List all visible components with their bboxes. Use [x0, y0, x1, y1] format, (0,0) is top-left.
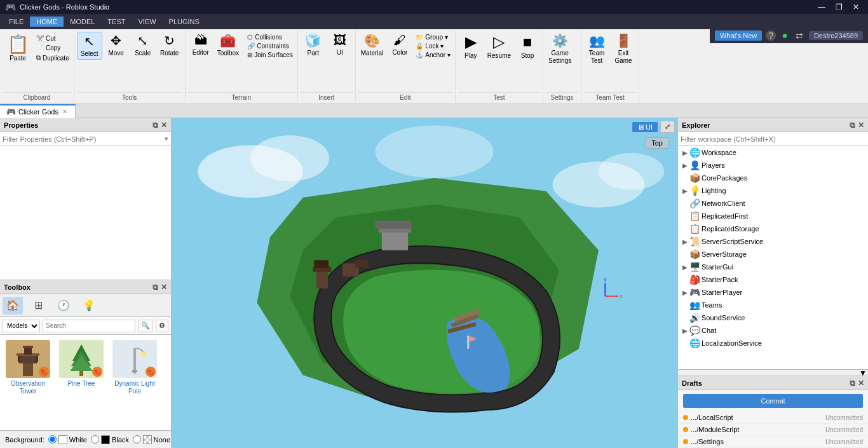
resume-button[interactable]: ▷ Resume [485, 32, 513, 61]
constraints-button[interactable]: 🔗Constraints [245, 42, 295, 50]
color-button[interactable]: 🖌 Color [387, 32, 412, 58]
players-label: Players [702, 161, 725, 169]
play-button[interactable]: ▶ Play [458, 32, 484, 61]
tree-item-soundservice[interactable]: ▶ 🔊 SoundService [678, 311, 868, 324]
anchor-button[interactable]: ⚓Anchor ▾ [414, 51, 452, 59]
toolbox-category-select[interactable]: Models Plugins Audio Images [3, 320, 40, 332]
collisions-button[interactable]: ⬡Collisions [245, 33, 295, 41]
tree-item-starterplayer[interactable]: ▶ 🎮 StarterPlayer [678, 286, 868, 299]
whats-new-button[interactable]: What's New [715, 31, 762, 41]
ui-view-button[interactable]: 🖥 UI [632, 122, 658, 132]
game-settings-button[interactable]: ⚙️ GameSettings [546, 32, 574, 66]
toolbox-tab-grid[interactable]: ⊞ [28, 297, 48, 315]
toolbox-tab-inventory[interactable]: 💡 [79, 297, 99, 315]
viewport-maximize-button[interactable]: ⤢ [660, 121, 675, 133]
tree-item-startergui[interactable]: ▶ 🖥️ StarterGui [678, 261, 868, 273]
bg-none-radio[interactable] [133, 435, 141, 444]
select-button[interactable]: ↖ Select [77, 32, 102, 60]
svg-rect-4 [23, 346, 33, 348]
toolbox-item-pine-tree[interactable]: 🔖 Pine Tree [56, 337, 107, 428]
menu-file[interactable]: FILE [3, 17, 30, 27]
bg-white-radio[interactable] [48, 435, 57, 444]
properties-close-icon[interactable]: ✕ [161, 121, 167, 130]
toolbox-close-icon[interactable]: ✕ [161, 283, 167, 292]
join-surfaces-button[interactable]: ⊞Join Surfaces [245, 51, 295, 59]
tree-item-serverstorage[interactable]: ▶ 📦 ServerStorage [678, 248, 868, 261]
material-button[interactable]: 🎨 Material [358, 32, 386, 58]
explorer-scroll-down-btn[interactable]: ▼ [858, 368, 868, 378]
tab-close-icon[interactable]: ✕ [61, 108, 69, 115]
toolbox-ribbon-button[interactable]: 🧰 Toolbox [215, 32, 241, 58]
scale-button[interactable]: ⤡ Scale [130, 32, 156, 58]
properties-pop-out-icon[interactable]: ⧉ [153, 121, 158, 130]
ui-ribbon-button[interactable]: 🖼 UI [327, 32, 353, 58]
toolbox-item-dynamic-light-pole[interactable]: 🔖 Dynamic Light Pole [109, 337, 160, 428]
toolbox-filter-button[interactable]: ⚙ [156, 320, 168, 332]
commit-button[interactable]: Commit [683, 394, 863, 408]
menu-test[interactable]: TEST [101, 17, 132, 27]
tree-item-corepackages[interactable]: ▶ 📦 CorePackages [678, 172, 868, 184]
duplicate-button[interactable]: ⧉Duplicate [34, 53, 71, 62]
tree-item-workspace[interactable]: ▶ 🌐 Workspace [678, 146, 868, 159]
properties-chevron-icon[interactable]: ▾ [162, 135, 171, 143]
tree-item-replicatedstorage[interactable]: ▶ 📋 ReplicatedStorage [678, 222, 868, 235]
lock-button[interactable]: 🔒Lock ▾ [414, 42, 452, 50]
paste-button[interactable]: 📋 Paste [3, 32, 33, 64]
connection-icon: ● [780, 30, 790, 41]
bg-black-option[interactable]: Black [91, 435, 129, 444]
maximize-button[interactable]: ❐ [832, 1, 846, 13]
tree-item-localizationservice[interactable]: ▶ 🌐 LocalizationService [678, 337, 868, 350]
explorer-close-icon[interactable]: ✕ [858, 121, 864, 130]
toolbox-tab-home[interactable]: 🏠 [3, 297, 23, 315]
group-button[interactable]: 📁Group ▾ [414, 33, 452, 41]
close-button[interactable]: ✕ [849, 1, 863, 13]
tab-clicker-gods[interactable]: 🎮 Clicker Gods ✕ [0, 104, 76, 118]
tree-item-lighting[interactable]: ▶ 💡 Lighting [678, 184, 868, 197]
explorer-pop-out-icon[interactable]: ⧉ [850, 121, 855, 130]
properties-filter-input[interactable] [0, 134, 162, 144]
insert-label: Insert [301, 92, 353, 101]
tree-item-starterpack[interactable]: ▶ 🎒 StarterPack [678, 273, 868, 286]
tree-item-replicatedfirst[interactable]: ▶ 📋 ReplicatedFirst [678, 210, 868, 222]
toolbox-item-observation-tower[interactable]: 🔖 Observation Tower [3, 337, 53, 428]
editor-button[interactable]: 🏔 Editor [188, 32, 214, 58]
bg-black-radio[interactable] [91, 435, 99, 444]
toolbox-item-pine-tree-img: 🔖 [59, 340, 104, 378]
menu-plugins[interactable]: PLUGINS [163, 17, 206, 27]
share-icon[interactable]: ⇄ [794, 31, 805, 41]
stop-button[interactable]: ■ Stop [515, 32, 540, 61]
viewport[interactable]: 🖥 UI ⤢ Top [172, 118, 677, 448]
rotate-button[interactable]: ↻ Rotate [157, 32, 182, 58]
ribbon-edit: 🎨 Material 🖌 Color 📁Group ▾ 🔒Lock ▾ ⚓Anc… [356, 31, 456, 102]
cut-button[interactable]: ✂️Cut [34, 34, 71, 43]
bg-white-option[interactable]: White [48, 435, 87, 444]
help-icon[interactable]: ? [766, 31, 776, 41]
copy-button[interactable]: 📄Copy [34, 44, 71, 52]
drafts-pop-out-icon[interactable]: ⧉ [850, 379, 855, 388]
draft-item-localscript[interactable]: .../LocalScript Uncommitted [678, 412, 868, 424]
drafts-close-icon[interactable]: ✕ [858, 379, 864, 388]
toolbox-search-button[interactable]: 🔍 [138, 320, 153, 332]
minimize-button[interactable]: — [814, 1, 829, 13]
menu-model[interactable]: MODEL [64, 17, 101, 27]
toolbox-icon: 🧰 [220, 33, 236, 48]
tree-item-teams[interactable]: ▶ 👥 Teams [678, 299, 868, 311]
tree-item-players[interactable]: ▶ 👤 Players [678, 159, 868, 172]
exit-game-button[interactable]: 🚪 ExitGame [611, 32, 636, 66]
tree-item-chat[interactable]: ▶ 💬 Chat [678, 324, 868, 337]
toolbox-pop-out-icon[interactable]: ⧉ [153, 283, 158, 292]
draft-item-settings[interactable]: .../Settings Uncommitted [678, 436, 868, 448]
draft-item-modulescript[interactable]: .../ModuleScript Uncommitted [678, 424, 868, 436]
move-button[interactable]: ✥ Move [104, 32, 129, 58]
toolbox-tab-recent[interactable]: 🕐 [53, 297, 74, 315]
part-button[interactable]: 🧊 Part [301, 32, 326, 58]
tree-item-serverscriptservice[interactable]: ▶ 📜 ServerScriptService [678, 235, 868, 248]
bg-none-option[interactable]: None [133, 435, 170, 444]
explorer-filter-input[interactable] [678, 134, 868, 144]
menu-home[interactable]: HOME [30, 17, 64, 27]
group-icon: 📁 [416, 34, 423, 41]
toolbox-search-input[interactable] [43, 320, 135, 332]
tree-item-networkclient[interactable]: ▶ 🔗 NetworkClient [678, 197, 868, 210]
team-test-button[interactable]: 👥 TeamTest [584, 32, 609, 66]
menu-view[interactable]: VIEW [132, 17, 162, 27]
